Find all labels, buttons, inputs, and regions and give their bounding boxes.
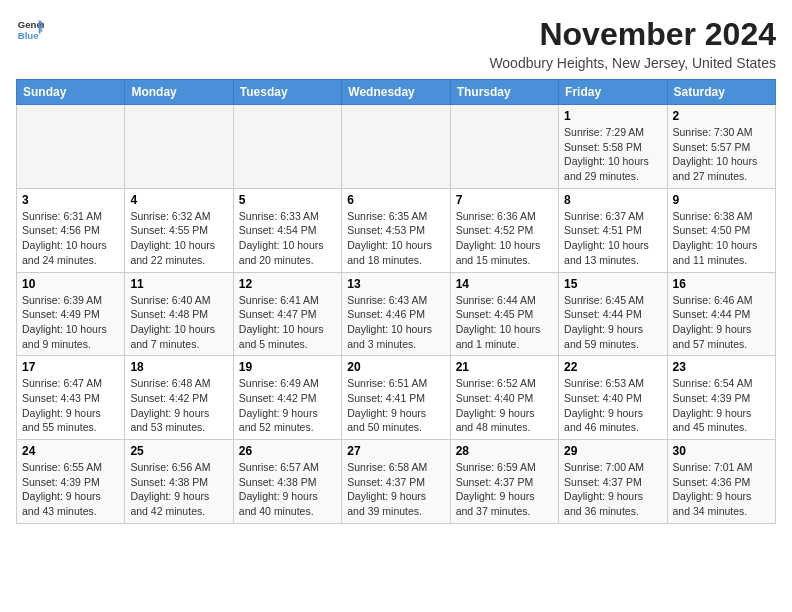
calendar-week-row: 17Sunrise: 6:47 AM Sunset: 4:43 PM Dayli… bbox=[17, 356, 776, 440]
day-number: 18 bbox=[130, 360, 227, 374]
day-info: Sunrise: 6:39 AM Sunset: 4:49 PM Dayligh… bbox=[22, 293, 119, 352]
calendar-day-cell: 12Sunrise: 6:41 AM Sunset: 4:47 PM Dayli… bbox=[233, 272, 341, 356]
day-number: 23 bbox=[673, 360, 770, 374]
day-number: 25 bbox=[130, 444, 227, 458]
day-number: 2 bbox=[673, 109, 770, 123]
day-info: Sunrise: 6:44 AM Sunset: 4:45 PM Dayligh… bbox=[456, 293, 553, 352]
day-info: Sunrise: 6:36 AM Sunset: 4:52 PM Dayligh… bbox=[456, 209, 553, 268]
day-number: 3 bbox=[22, 193, 119, 207]
calendar-day-cell: 21Sunrise: 6:52 AM Sunset: 4:40 PM Dayli… bbox=[450, 356, 558, 440]
calendar-day-cell: 15Sunrise: 6:45 AM Sunset: 4:44 PM Dayli… bbox=[559, 272, 667, 356]
day-number: 29 bbox=[564, 444, 661, 458]
page-title: November 2024 bbox=[489, 16, 776, 53]
day-info: Sunrise: 7:00 AM Sunset: 4:37 PM Dayligh… bbox=[564, 460, 661, 519]
day-info: Sunrise: 6:58 AM Sunset: 4:37 PM Dayligh… bbox=[347, 460, 444, 519]
day-info: Sunrise: 6:37 AM Sunset: 4:51 PM Dayligh… bbox=[564, 209, 661, 268]
calendar-day-cell: 6Sunrise: 6:35 AM Sunset: 4:53 PM Daylig… bbox=[342, 188, 450, 272]
day-info: Sunrise: 6:38 AM Sunset: 4:50 PM Dayligh… bbox=[673, 209, 770, 268]
day-number: 30 bbox=[673, 444, 770, 458]
calendar-day-cell: 2Sunrise: 7:30 AM Sunset: 5:57 PM Daylig… bbox=[667, 105, 775, 189]
day-number: 9 bbox=[673, 193, 770, 207]
day-info: Sunrise: 7:01 AM Sunset: 4:36 PM Dayligh… bbox=[673, 460, 770, 519]
day-info: Sunrise: 6:49 AM Sunset: 4:42 PM Dayligh… bbox=[239, 376, 336, 435]
day-info: Sunrise: 6:41 AM Sunset: 4:47 PM Dayligh… bbox=[239, 293, 336, 352]
calendar-header: SundayMondayTuesdayWednesdayThursdayFrid… bbox=[17, 80, 776, 105]
calendar-day-cell: 25Sunrise: 6:56 AM Sunset: 4:38 PM Dayli… bbox=[125, 440, 233, 524]
day-info: Sunrise: 6:54 AM Sunset: 4:39 PM Dayligh… bbox=[673, 376, 770, 435]
day-info: Sunrise: 7:30 AM Sunset: 5:57 PM Dayligh… bbox=[673, 125, 770, 184]
day-number: 14 bbox=[456, 277, 553, 291]
day-info: Sunrise: 6:47 AM Sunset: 4:43 PM Dayligh… bbox=[22, 376, 119, 435]
calendar-day-cell: 22Sunrise: 6:53 AM Sunset: 4:40 PM Dayli… bbox=[559, 356, 667, 440]
weekday-header: Friday bbox=[559, 80, 667, 105]
calendar-day-cell: 18Sunrise: 6:48 AM Sunset: 4:42 PM Dayli… bbox=[125, 356, 233, 440]
day-number: 24 bbox=[22, 444, 119, 458]
title-section: November 2024 Woodbury Heights, New Jers… bbox=[489, 16, 776, 71]
day-number: 1 bbox=[564, 109, 661, 123]
day-info: Sunrise: 6:33 AM Sunset: 4:54 PM Dayligh… bbox=[239, 209, 336, 268]
calendar-day-cell bbox=[233, 105, 341, 189]
calendar-week-row: 10Sunrise: 6:39 AM Sunset: 4:49 PM Dayli… bbox=[17, 272, 776, 356]
calendar-week-row: 24Sunrise: 6:55 AM Sunset: 4:39 PM Dayli… bbox=[17, 440, 776, 524]
day-info: Sunrise: 6:53 AM Sunset: 4:40 PM Dayligh… bbox=[564, 376, 661, 435]
weekday-header: Saturday bbox=[667, 80, 775, 105]
calendar-day-cell: 9Sunrise: 6:38 AM Sunset: 4:50 PM Daylig… bbox=[667, 188, 775, 272]
day-info: Sunrise: 7:29 AM Sunset: 5:58 PM Dayligh… bbox=[564, 125, 661, 184]
calendar-day-cell: 10Sunrise: 6:39 AM Sunset: 4:49 PM Dayli… bbox=[17, 272, 125, 356]
calendar-day-cell: 11Sunrise: 6:40 AM Sunset: 4:48 PM Dayli… bbox=[125, 272, 233, 356]
day-number: 26 bbox=[239, 444, 336, 458]
calendar-day-cell: 27Sunrise: 6:58 AM Sunset: 4:37 PM Dayli… bbox=[342, 440, 450, 524]
day-number: 17 bbox=[22, 360, 119, 374]
day-info: Sunrise: 6:35 AM Sunset: 4:53 PM Dayligh… bbox=[347, 209, 444, 268]
weekday-row: SundayMondayTuesdayWednesdayThursdayFrid… bbox=[17, 80, 776, 105]
calendar-day-cell: 23Sunrise: 6:54 AM Sunset: 4:39 PM Dayli… bbox=[667, 356, 775, 440]
day-number: 21 bbox=[456, 360, 553, 374]
day-number: 8 bbox=[564, 193, 661, 207]
day-number: 27 bbox=[347, 444, 444, 458]
logo: General Blue bbox=[16, 16, 44, 44]
calendar-day-cell: 28Sunrise: 6:59 AM Sunset: 4:37 PM Dayli… bbox=[450, 440, 558, 524]
calendar-day-cell: 24Sunrise: 6:55 AM Sunset: 4:39 PM Dayli… bbox=[17, 440, 125, 524]
calendar-day-cell: 3Sunrise: 6:31 AM Sunset: 4:56 PM Daylig… bbox=[17, 188, 125, 272]
calendar-day-cell bbox=[125, 105, 233, 189]
day-info: Sunrise: 6:55 AM Sunset: 4:39 PM Dayligh… bbox=[22, 460, 119, 519]
day-number: 13 bbox=[347, 277, 444, 291]
calendar-day-cell bbox=[17, 105, 125, 189]
day-number: 5 bbox=[239, 193, 336, 207]
day-info: Sunrise: 6:43 AM Sunset: 4:46 PM Dayligh… bbox=[347, 293, 444, 352]
day-number: 22 bbox=[564, 360, 661, 374]
calendar-table: SundayMondayTuesdayWednesdayThursdayFrid… bbox=[16, 79, 776, 524]
day-info: Sunrise: 6:48 AM Sunset: 4:42 PM Dayligh… bbox=[130, 376, 227, 435]
calendar-body: 1Sunrise: 7:29 AM Sunset: 5:58 PM Daylig… bbox=[17, 105, 776, 524]
day-number: 19 bbox=[239, 360, 336, 374]
calendar-day-cell: 26Sunrise: 6:57 AM Sunset: 4:38 PM Dayli… bbox=[233, 440, 341, 524]
page-header: General Blue November 2024 Woodbury Heig… bbox=[16, 16, 776, 71]
calendar-day-cell: 14Sunrise: 6:44 AM Sunset: 4:45 PM Dayli… bbox=[450, 272, 558, 356]
weekday-header: Thursday bbox=[450, 80, 558, 105]
day-number: 6 bbox=[347, 193, 444, 207]
day-info: Sunrise: 6:31 AM Sunset: 4:56 PM Dayligh… bbox=[22, 209, 119, 268]
day-info: Sunrise: 6:51 AM Sunset: 4:41 PM Dayligh… bbox=[347, 376, 444, 435]
day-info: Sunrise: 6:59 AM Sunset: 4:37 PM Dayligh… bbox=[456, 460, 553, 519]
calendar-day-cell: 16Sunrise: 6:46 AM Sunset: 4:44 PM Dayli… bbox=[667, 272, 775, 356]
day-number: 4 bbox=[130, 193, 227, 207]
day-info: Sunrise: 6:56 AM Sunset: 4:38 PM Dayligh… bbox=[130, 460, 227, 519]
day-info: Sunrise: 6:40 AM Sunset: 4:48 PM Dayligh… bbox=[130, 293, 227, 352]
day-number: 11 bbox=[130, 277, 227, 291]
calendar-day-cell: 1Sunrise: 7:29 AM Sunset: 5:58 PM Daylig… bbox=[559, 105, 667, 189]
svg-text:Blue: Blue bbox=[18, 30, 39, 41]
day-number: 7 bbox=[456, 193, 553, 207]
calendar-day-cell: 8Sunrise: 6:37 AM Sunset: 4:51 PM Daylig… bbox=[559, 188, 667, 272]
day-number: 12 bbox=[239, 277, 336, 291]
logo-icon: General Blue bbox=[16, 16, 44, 44]
calendar-day-cell bbox=[450, 105, 558, 189]
calendar-day-cell: 5Sunrise: 6:33 AM Sunset: 4:54 PM Daylig… bbox=[233, 188, 341, 272]
calendar-week-row: 3Sunrise: 6:31 AM Sunset: 4:56 PM Daylig… bbox=[17, 188, 776, 272]
calendar-day-cell: 20Sunrise: 6:51 AM Sunset: 4:41 PM Dayli… bbox=[342, 356, 450, 440]
day-info: Sunrise: 6:32 AM Sunset: 4:55 PM Dayligh… bbox=[130, 209, 227, 268]
day-info: Sunrise: 6:46 AM Sunset: 4:44 PM Dayligh… bbox=[673, 293, 770, 352]
day-info: Sunrise: 6:57 AM Sunset: 4:38 PM Dayligh… bbox=[239, 460, 336, 519]
calendar-day-cell: 17Sunrise: 6:47 AM Sunset: 4:43 PM Dayli… bbox=[17, 356, 125, 440]
calendar-day-cell: 4Sunrise: 6:32 AM Sunset: 4:55 PM Daylig… bbox=[125, 188, 233, 272]
day-number: 20 bbox=[347, 360, 444, 374]
